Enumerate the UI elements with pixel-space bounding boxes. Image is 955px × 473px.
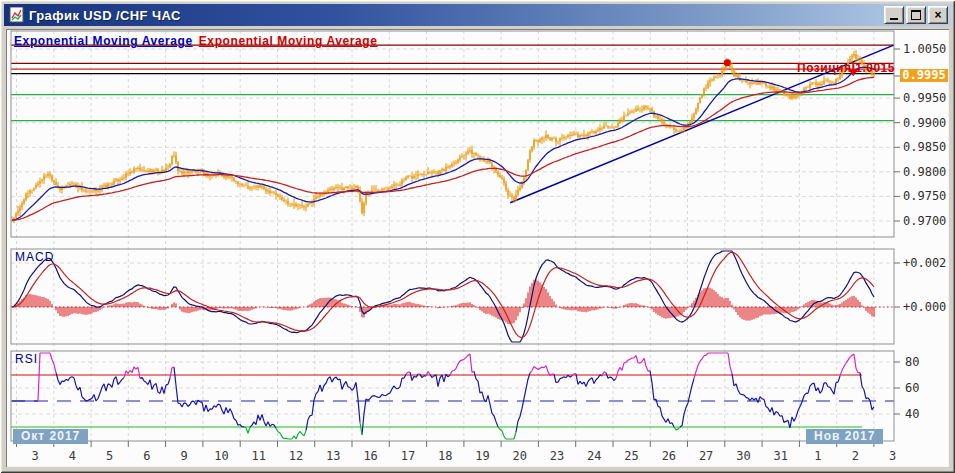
x-axis-day-label-19: 30 — [736, 449, 750, 463]
x-axis-day-label-5: 10 — [214, 449, 228, 463]
minimize-button[interactable] — [884, 6, 904, 24]
price-plot-area[interactable] — [11, 31, 894, 237]
x-axis-day-label-4: 9 — [181, 449, 188, 463]
x-axis-day-label-6: 11 — [252, 449, 266, 463]
ema-slow-line — [12, 77, 874, 220]
x-axis-day-label-18: 27 — [699, 449, 713, 463]
x-axis-day-label-14: 23 — [550, 449, 564, 463]
chart-client-area: Exponential Moving AverageExponential Mo… — [6, 29, 949, 467]
position-value: 1.0015 — [855, 61, 895, 75]
maximize-button[interactable] — [906, 6, 926, 24]
rsi-tick-label-2: 40 — [905, 407, 919, 421]
price-tick-label-4: 0.9800 — [903, 165, 946, 179]
price-tick-label-0: 1.0050 — [903, 42, 946, 56]
close-button[interactable]: × — [928, 6, 948, 24]
x-axis-day-label-1: 4 — [69, 449, 76, 463]
entry-dot-marker — [724, 59, 731, 66]
x-axis-day-label-16: 25 — [624, 449, 638, 463]
ema-fast-line — [12, 67, 874, 220]
macd-line — [12, 251, 874, 342]
price-tick-label-6: 0.9700 — [903, 214, 946, 228]
x-axis-day-label-17: 26 — [662, 449, 676, 463]
candle-bodies — [12, 54, 874, 220]
minimize-icon — [890, 18, 898, 20]
month-badge-oct: Окт 2017 — [13, 429, 88, 444]
current-price-tag: 0.9995 — [900, 69, 948, 82]
legend-ema-fast: Exponential Moving Average — [14, 34, 193, 48]
rsi-label: RSI — [15, 352, 38, 366]
x-axis-day-label-12: 19 — [475, 449, 489, 463]
rsi-line — [38, 353, 860, 401]
x-axis-day-label-11: 18 — [438, 449, 452, 463]
x-axis-day-label-7: 12 — [289, 449, 303, 463]
price-tick-label-2: 0.9900 — [903, 116, 946, 130]
macd-tick-label-0: +0.002 — [903, 256, 946, 270]
legend-ema-slow: Exponential Moving Average — [199, 34, 378, 48]
x-axis-day-label-9: 16 — [363, 449, 377, 463]
window-title: График USD /CHF ЧАС — [29, 8, 882, 23]
x-axis-day-label-2: 5 — [106, 449, 113, 463]
macd-tick-label-1: +0.000 — [903, 300, 946, 314]
macd-signal-line — [12, 252, 874, 337]
position-label-text: Позиция — [797, 61, 851, 75]
rsi-tick-label-1: 60 — [905, 381, 919, 395]
candle-wicks — [12, 50, 874, 223]
titlebar[interactable]: График USD /CHF ЧАС × — [4, 4, 951, 26]
chart-canvas — [6, 29, 949, 467]
rsi-line — [12, 367, 874, 435]
macd-label: MACD — [15, 250, 54, 264]
x-axis-day-label-22: 2 — [852, 449, 859, 463]
indicator-legend: Exponential Moving AverageExponential Mo… — [14, 34, 378, 48]
chart-icon — [9, 7, 25, 23]
x-axis-day-label-15: 24 — [587, 449, 601, 463]
maximize-icon — [911, 10, 921, 20]
rsi-tick-label-0: 80 — [905, 355, 919, 369]
x-axis-day-label-23: 3 — [889, 449, 896, 463]
month-badge-nov: Нов 2017 — [806, 429, 883, 444]
value-gridlines — [11, 49, 894, 414]
x-axis-day-label-3: 6 — [143, 449, 150, 463]
close-icon: × — [934, 9, 941, 21]
x-axis-day-label-13: 20 — [513, 449, 527, 463]
position-label: Позиция 1.0015 — [797, 61, 895, 75]
chart-window: График USD /CHF ЧАС × Exponential Moving… — [0, 0, 955, 473]
x-axis-day-label-21: 1 — [814, 449, 821, 463]
rsi-line — [244, 423, 680, 440]
price-tick-label-3: 0.9850 — [903, 140, 946, 154]
x-axis-day-label-0: 3 — [31, 449, 38, 463]
price-tick-label-1: 0.9950 — [903, 91, 946, 105]
x-axis-day-label-20: 31 — [773, 449, 787, 463]
x-axis-day-label-8: 13 — [326, 449, 340, 463]
x-axis-day-label-10: 17 — [401, 449, 415, 463]
price-tick-label-5: 0.9750 — [903, 189, 946, 203]
axis-tick-marks — [17, 49, 901, 447]
